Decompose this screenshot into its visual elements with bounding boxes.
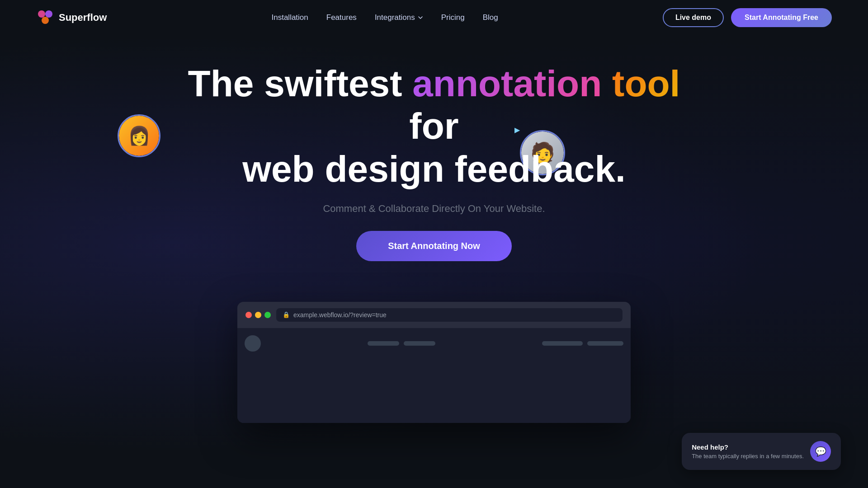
nav-links: Installation Features Integrations Prici… — [272, 13, 498, 22]
placeholder-bar — [404, 341, 435, 346]
placeholder-bar — [542, 341, 583, 346]
start-annotating-free-button[interactable]: Start Annotating Free — [731, 8, 832, 27]
hero-title: The swiftest annotation tool for web des… — [185, 62, 683, 190]
logo-icon — [36, 9, 54, 27]
nav-item-pricing[interactable]: Pricing — [441, 13, 465, 22]
chat-text-content: Need help? The team typically replies in… — [692, 443, 804, 460]
chat-icon: 💬 — [815, 446, 826, 457]
browser-inner-nav — [245, 335, 623, 352]
browser-mockup: 🔒 example.webflow.io/?review=true — [237, 302, 631, 423]
nav-item-integrations[interactable]: Integrations — [375, 13, 423, 22]
browser-content — [237, 328, 631, 423]
placeholder-bar — [587, 341, 623, 346]
navbar: Superflow Installation Features Integrat… — [0, 0, 868, 35]
chat-subtitle: The team typically replies in a few minu… — [692, 453, 804, 460]
live-demo-button[interactable]: Live demo — [663, 8, 724, 27]
logo-text: Superflow — [59, 12, 107, 23]
browser-nav-actions-placeholder — [542, 341, 623, 346]
lock-icon: 🔒 — [283, 311, 290, 318]
placeholder-bar — [368, 341, 399, 346]
svg-point-0 — [38, 10, 45, 18]
hero-subtitle: Comment & Collaborate Directly On Your W… — [323, 203, 545, 215]
avatar-left: 👩 — [118, 114, 160, 157]
chat-open-button[interactable]: 💬 — [810, 441, 831, 462]
chat-title: Need help? — [692, 443, 804, 451]
nav-cta: Live demo Start Annotating Free — [663, 8, 832, 27]
browser-url-bar[interactable]: 🔒 example.webflow.io/?review=true — [276, 308, 623, 322]
nav-item-blog[interactable]: Blog — [483, 13, 498, 22]
browser-avatar-placeholder — [245, 335, 261, 352]
browser-mockup-wrapper: 🔒 example.webflow.io/?review=true — [0, 302, 868, 423]
browser-window-controls — [245, 312, 271, 318]
browser-toolbar: 🔒 example.webflow.io/?review=true — [237, 302, 631, 328]
chevron-down-icon — [418, 15, 423, 20]
browser-nav-links-placeholder — [368, 341, 435, 346]
browser-minimize-dot — [255, 312, 261, 318]
nav-item-installation[interactable]: Installation — [272, 13, 308, 22]
start-annotating-now-button[interactable]: Start Annotating Now — [356, 231, 512, 261]
nav-item-features[interactable]: Features — [326, 13, 357, 22]
svg-point-2 — [42, 17, 49, 24]
browser-close-dot — [245, 312, 252, 318]
hero-section: ▶ ▶ 👩 🧑 The swiftest annotation tool for… — [0, 35, 868, 279]
chat-widget[interactable]: Need help? The team typically replies in… — [682, 433, 841, 470]
logo[interactable]: Superflow — [36, 9, 107, 27]
browser-maximize-dot — [264, 312, 271, 318]
svg-point-1 — [45, 10, 52, 18]
url-text: example.webflow.io/?review=true — [293, 311, 387, 319]
